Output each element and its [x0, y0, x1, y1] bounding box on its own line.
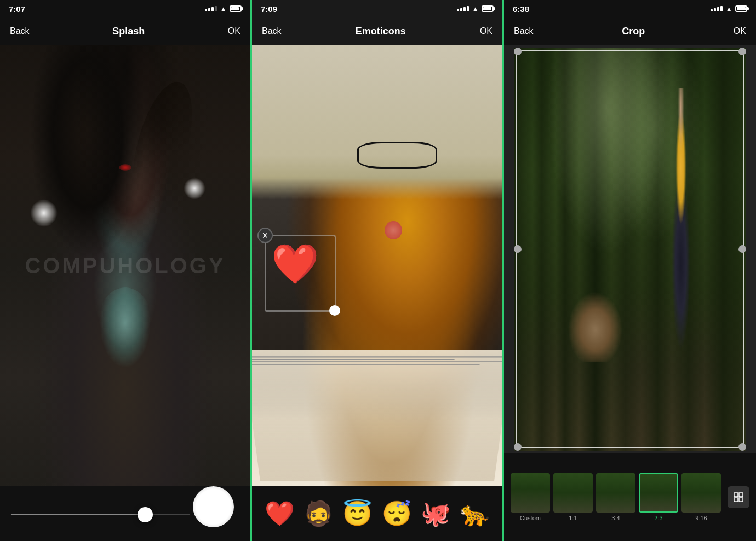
book-bottom	[252, 350, 502, 481]
wifi-icon-3: ▲	[725, 5, 732, 13]
crop-handle-tl[interactable]	[514, 48, 522, 55]
emoticons-image-area: ✕ ❤️	[252, 45, 502, 486]
slider-section	[11, 494, 239, 533]
orb-right	[184, 177, 205, 199]
crop-option-custom[interactable]: Custom	[511, 473, 550, 521]
crop-handle-mr[interactable]	[738, 245, 746, 253]
splash-image: COMPUHOLOGY	[0, 45, 250, 486]
person-figure	[662, 88, 700, 370]
emoticons-panel: 7:09 ▲ Back Emoticons OK	[252, 0, 504, 541]
battery-icon-1	[230, 5, 242, 12]
heart-box[interactable]: ✕ ❤️	[265, 235, 336, 312]
status-icons-3: ▲	[711, 5, 747, 13]
splash-big-circle[interactable]	[193, 486, 234, 527]
status-time-1: 7:07	[9, 4, 25, 14]
orb-left	[30, 199, 58, 227]
splash-panel: 7:07 ▲ Back Splash OK	[0, 0, 252, 541]
splash-controls	[0, 486, 250, 541]
svg-rect-2	[734, 498, 738, 502]
crop-option-3-4[interactable]: 3:4	[596, 473, 635, 521]
status-bar-2: 7:09 ▲	[252, 0, 502, 18]
woman-portrait	[0, 45, 250, 486]
heart-resize-handle[interactable]	[329, 305, 340, 316]
crop-label-2-3: 2:3	[654, 515, 662, 521]
crop-icon-svg	[733, 492, 744, 503]
splash-bg	[0, 45, 250, 486]
dog-nose	[385, 221, 402, 239]
slider-thumb-small[interactable]	[138, 507, 153, 522]
crop-thumb-img-custom	[511, 473, 550, 513]
battery-icon-2	[482, 5, 494, 12]
ok-button-1[interactable]: OK	[228, 26, 240, 36]
emoji-heart[interactable]: ❤️	[265, 499, 295, 528]
status-icons-2: ▲	[457, 5, 494, 13]
navbar-1: Back Splash OK	[0, 18, 250, 45]
crop-icon-button[interactable]	[728, 486, 749, 508]
forest-bg	[514, 48, 746, 451]
status-time-2: 7:09	[261, 4, 277, 14]
crop-handle-tr[interactable]	[738, 48, 746, 55]
status-time-3: 6:38	[513, 4, 529, 14]
emoji-beard[interactable]: 🧔	[303, 499, 334, 528]
svg-rect-3	[739, 498, 743, 502]
ok-button-3[interactable]: OK	[734, 26, 746, 36]
heart-close-button[interactable]: ✕	[257, 228, 273, 243]
wifi-icon-2: ▲	[472, 5, 479, 13]
back-button-3[interactable]: Back	[514, 26, 534, 36]
crop-label-1-1: 1:1	[569, 515, 577, 521]
nav-title-2: Emoticons	[356, 26, 406, 37]
signal-icon-3	[711, 6, 723, 11]
crop-thumb-img-9-16	[681, 473, 721, 513]
splash-slider-track[interactable]	[11, 514, 190, 515]
emoji-sleepy[interactable]: 😴	[382, 499, 412, 528]
heart-emoji-overlay[interactable]: ✕ ❤️	[265, 235, 336, 312]
status-bar-3: 6:38 ▲	[504, 0, 756, 18]
dog-photo: ✕ ❤️	[252, 45, 502, 486]
dog-glasses	[357, 142, 437, 168]
status-icons-1: ▲	[205, 5, 242, 13]
svg-rect-0	[734, 493, 738, 497]
back-button-2[interactable]: Back	[262, 26, 282, 36]
svg-rect-1	[739, 493, 743, 497]
status-bar-1: 7:07 ▲	[0, 0, 250, 18]
crop-thumb-img-2-3	[639, 473, 678, 513]
crop-option-9-16[interactable]: 9:16	[681, 473, 721, 521]
lip-detail	[119, 164, 131, 171]
crop-thumb-img-3-4	[596, 473, 635, 513]
signal-icon-1	[205, 6, 217, 11]
emoji-halo[interactable]: 😇	[342, 499, 373, 528]
crop-label-3-4: 3:4	[611, 515, 620, 521]
slider-fill	[11, 514, 145, 515]
forest-photo	[514, 48, 746, 451]
emoticons-bar: ❤️ 🧔 😇 😴 🐙 🐆	[252, 486, 502, 541]
ok-button-2[interactable]: OK	[480, 26, 492, 36]
crop-panel: 6:38 ▲ Back Crop OK	[504, 0, 756, 541]
crop-handle-br[interactable]	[738, 443, 746, 451]
crop-option-2-3[interactable]: 2:3	[639, 473, 678, 521]
crop-handle-ml[interactable]	[514, 245, 522, 253]
navbar-3: Back Crop OK	[504, 18, 756, 45]
crop-handle-bl[interactable]	[514, 443, 522, 451]
heart-emoji: ❤️	[271, 241, 319, 286]
crop-thumbnails-row: Custom 1:1 3:4 2:3 9:16	[504, 453, 756, 541]
back-button-1[interactable]: Back	[10, 26, 30, 36]
teal-top	[95, 287, 156, 376]
signal-icon-2	[457, 6, 469, 11]
wifi-icon-1: ▲	[220, 5, 227, 13]
emoji-leopard[interactable]: 🐆	[460, 499, 490, 528]
nav-title-3: Crop	[622, 26, 645, 37]
crop-label-9-16: 9:16	[695, 515, 707, 521]
emoji-octopus[interactable]: 🐙	[421, 499, 451, 528]
nav-title-1: Splash	[112, 26, 145, 37]
navbar-2: Back Emoticons OK	[252, 18, 502, 45]
deer-figure	[560, 281, 630, 362]
crop-label-custom: Custom	[520, 515, 541, 521]
crop-image-area	[504, 45, 756, 453]
crop-option-1-1[interactable]: 1:1	[553, 473, 593, 521]
battery-icon-3	[735, 5, 747, 12]
crop-bottom: Custom 1:1 3:4 2:3 9:16	[504, 453, 756, 541]
crop-thumb-img-1-1	[553, 473, 593, 513]
